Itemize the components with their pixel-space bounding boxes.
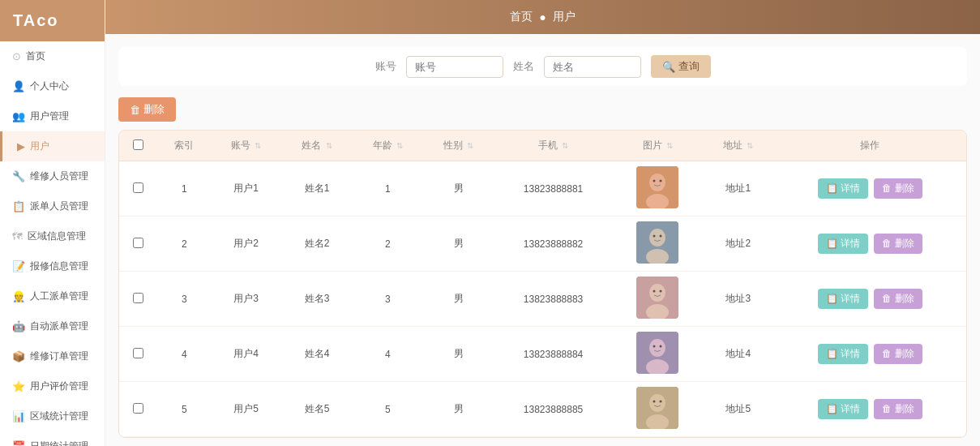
sidebar-item-auto-dispatch[interactable]: 🤖 自动派单管理: [0, 311, 105, 341]
svg-point-3: [653, 180, 656, 182]
sidebar-item-repair-order[interactable]: 📦 维修订单管理: [0, 341, 105, 371]
search-name-input[interactable]: [544, 56, 641, 78]
row-account: 用户3: [211, 272, 281, 327]
sidebar-item-manpower[interactable]: 👷 人工派单管理: [0, 281, 105, 311]
row-name: 姓名4: [281, 327, 352, 382]
sort-icon: ⇅: [747, 141, 753, 150]
dispatch-icon: 📋: [12, 200, 25, 212]
row-avatar: [613, 327, 703, 382]
sort-icon: ⇅: [396, 141, 403, 150]
sidebar-item-home[interactable]: ⊙ 首页: [0, 41, 105, 71]
detail-button[interactable]: 📋 详情: [818, 399, 868, 419]
row-gender: 男: [423, 272, 494, 327]
svg-point-18: [653, 345, 656, 348]
row-age: 2: [353, 217, 423, 272]
row-avatar: [613, 217, 703, 272]
name-label: 姓名: [513, 59, 534, 74]
col-phone: 手机 ⇅: [494, 131, 612, 161]
sidebar-item-user-mgmt[interactable]: 👥 用户管理: [0, 101, 105, 131]
detail-button[interactable]: 📋 详情: [818, 344, 868, 364]
sidebar-item-label: 区域统计管理: [30, 410, 88, 423]
svg-point-11: [649, 284, 665, 302]
row-account: 用户1: [211, 161, 281, 217]
row-gender: 男: [423, 382, 494, 437]
row-select-checkbox[interactable]: [133, 403, 143, 414]
row-gender: 男: [423, 327, 494, 382]
svg-point-14: [660, 290, 662, 293]
sidebar-item-user-review[interactable]: ⭐ 用户评价管理: [0, 371, 105, 401]
select-all-checkbox[interactable]: [133, 139, 143, 150]
col-avatar: 图片 ⇅: [613, 131, 703, 161]
delete-button[interactable]: 🗑 删除: [874, 399, 922, 419]
delete-button[interactable]: 🗑 删除: [874, 178, 922, 199]
batch-delete-button[interactable]: 🗑 删除: [118, 97, 176, 122]
row-actions: 📋 详情 🗑 删除: [773, 217, 966, 272]
row-index: 5: [157, 382, 210, 437]
delete-button[interactable]: 🗑 删除: [874, 234, 922, 254]
delete-button[interactable]: 🗑 删除: [874, 289, 922, 309]
sidebar-item-label: 自动派单管理: [30, 319, 88, 333]
sort-icon: ⇅: [467, 141, 473, 150]
table-row: 5 用户5 姓名5 5 男 13823888885 地址5: [119, 382, 966, 437]
row-checkbox: [119, 382, 157, 437]
col-index: 索引: [157, 131, 210, 161]
row-age: 1: [353, 161, 423, 217]
svg-point-24: [660, 401, 662, 403]
detail-button[interactable]: 📋 详情: [818, 289, 868, 309]
row-gender: 男: [423, 161, 494, 217]
detail-icon: 📋: [826, 293, 838, 304]
sidebar-item-label: 用户管理: [30, 109, 69, 123]
user-sub-icon: ▶: [17, 140, 25, 152]
sidebar-item-area-info[interactable]: 🗺 区域信息管理: [0, 221, 105, 251]
row-select-checkbox[interactable]: [133, 348, 143, 358]
row-actions: 📋 详情 🗑 删除: [773, 382, 966, 437]
row-actions: 📋 详情 🗑 删除: [773, 327, 966, 382]
detail-button[interactable]: 📋 详情: [818, 178, 868, 199]
table-row: 1 用户1 姓名1 1 男 13823888881 地址1: [119, 161, 966, 217]
row-checkbox: [119, 161, 157, 217]
search-button[interactable]: 🔍 查询: [651, 55, 711, 78]
breadcrumb-separator: ●: [539, 11, 546, 24]
row-phone: 13823888881: [494, 161, 612, 217]
detail-icon: 📋: [826, 348, 838, 359]
delete-button[interactable]: 🗑 删除: [874, 344, 922, 364]
row-index: 2: [157, 217, 210, 272]
detail-button[interactable]: 📋 详情: [818, 234, 868, 254]
box-icon: 📦: [12, 350, 25, 362]
sidebar-item-repair-staff[interactable]: 🔧 维修人员管理: [0, 161, 105, 191]
row-account: 用户5: [211, 382, 281, 437]
toolbar: 🗑 删除: [118, 97, 967, 122]
sidebar-item-label: 派单人员管理: [30, 199, 88, 213]
svg-point-13: [653, 290, 656, 293]
row-checkbox: [119, 217, 157, 272]
svg-point-16: [649, 339, 665, 357]
sidebar: TAco ⊙ 首页 👤 个人中心 👥 用户管理 ▶ 用户 🔧 维修人员管理 📋 …: [0, 0, 105, 446]
row-account: 用户4: [211, 327, 281, 382]
sidebar-item-personal[interactable]: 👤 个人中心: [0, 71, 105, 101]
table-row: 4 用户4 姓名4 4 男 13823888884 地址4: [119, 327, 966, 382]
row-select-checkbox[interactable]: [133, 182, 143, 193]
sidebar-item-label: 维修人员管理: [30, 169, 88, 183]
worker-icon: 👷: [12, 290, 25, 302]
row-name: 姓名2: [281, 217, 352, 272]
row-select-checkbox[interactable]: [133, 238, 143, 248]
sidebar-item-dispatch[interactable]: 📋 派单人员管理: [0, 191, 105, 221]
row-name: 姓名1: [281, 161, 352, 217]
sidebar-item-user-sub[interactable]: ▶ 用户: [0, 131, 105, 161]
table-header-row: 索引 账号 ⇅ 姓名 ⇅ 年龄 ⇅ 性别 ⇅ 手机 ⇅ 图片 ⇅ 地址 ⇅ 操作: [119, 131, 966, 161]
sidebar-item-repair-info[interactable]: 📝 报修信息管理: [0, 251, 105, 281]
search-id-input[interactable]: [406, 56, 503, 78]
row-select-checkbox[interactable]: [133, 293, 143, 303]
sidebar-item-label: 首页: [26, 49, 45, 63]
row-phone: 13823888882: [494, 217, 612, 272]
sidebar-item-daily-stats[interactable]: 📅 日期统计管理: [0, 431, 105, 446]
note-icon: 📝: [12, 260, 25, 272]
sidebar-item-area-stats[interactable]: 📊 区域统计管理: [0, 401, 105, 431]
calendar-icon: 📅: [12, 440, 25, 446]
svg-point-23: [653, 401, 656, 403]
svg-point-9: [660, 235, 662, 238]
col-name: 姓名 ⇅: [281, 131, 352, 161]
delete-label: 删除: [143, 102, 165, 117]
delete-row-icon: 🗑: [882, 348, 892, 359]
map-icon: 🗺: [12, 230, 23, 242]
